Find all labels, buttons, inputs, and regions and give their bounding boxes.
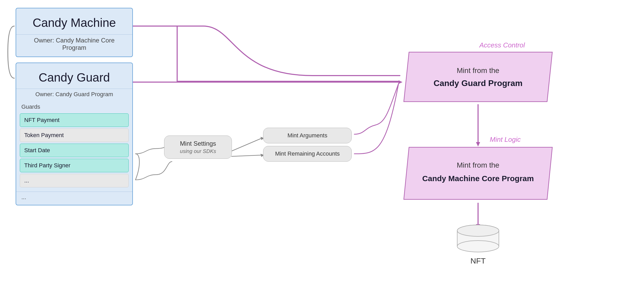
svg-marker-5 [404,52,552,102]
svg-text:Candy Guard Program: Candy Guard Program [434,78,522,88]
mint-logic-label: Mint Logic [490,136,521,144]
mint-remaining-label: Mint Remaining Accounts [269,150,346,157]
guard-token-payment: Token Payment [20,128,129,142]
nft-label: NFT [453,256,503,265]
diagram-container: Candy Machine Owner: Candy Machine Core … [0,0,644,294]
guard-dots: ... [20,174,129,187]
candy-guard-box: Candy Guard Owner: Candy Guard Program G… [16,63,133,205]
mint-settings-box: Mint Settings using our SDKs [164,136,232,159]
svg-text:Mint from the: Mint from the [457,66,499,75]
guards-label: Guards [16,101,132,112]
program-guard-box: Mint from the Candy Guard Program [401,50,555,104]
candy-machine-box: Candy Machine Owner: Candy Machine Core … [16,8,133,57]
mint-settings-title: Mint Settings [170,140,226,147]
nft-cylinder: NFT [453,224,503,265]
guards-list: NFT Payment Token Payment Start Date Thi… [16,112,132,191]
svg-point-16 [457,225,499,236]
svg-point-15 [457,241,499,252]
mint-settings-subtitle: using our SDKs [170,148,226,154]
candy-machine-title: Candy Machine [16,8,132,32]
svg-marker-8 [404,147,552,199]
mint-arguments-box: Mint Arguments [263,128,352,143]
guard-start-date: Start Date [20,144,129,157]
candy-guard-owner: Owner: Candy Guard Program [16,89,132,101]
access-control-label: Access Control [479,41,525,49]
guard-third-party-signer: Third Party Signer [20,159,129,172]
svg-text:Candy Machine Core Program: Candy Machine Core Program [422,174,534,183]
svg-text:Mint from the: Mint from the [457,161,499,169]
mint-arguments-label: Mint Arguments [269,132,346,139]
candy-guard-title: Candy Guard [16,63,132,87]
candy-machine-owner: Owner: Candy Machine Core Program [16,34,132,57]
guard-nft-payment: NFT Payment [20,113,129,127]
mint-remaining-box: Mint Remaining Accounts [263,146,352,162]
candy-guard-bottom-dots: ... [16,192,132,205]
program-core-box: Mint from the Candy Machine Core Program [401,145,555,202]
